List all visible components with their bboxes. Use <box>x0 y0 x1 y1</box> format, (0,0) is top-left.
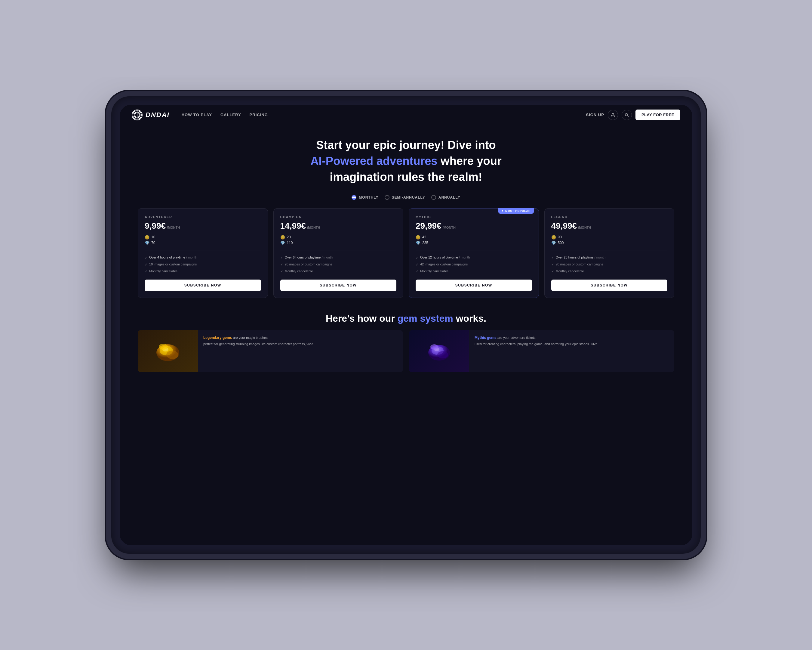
check-icon: ✓ <box>551 262 554 267</box>
adventurer-subscribe-button[interactable]: SUBSCRIBE NOW <box>145 280 261 291</box>
user-icon <box>611 113 615 117</box>
tablet-screen: DNDAI HOW TO PLAY GALLERY PRICING SIGN U… <box>120 105 692 545</box>
logo-area: DNDAI <box>132 110 169 120</box>
mythic-gem1: 🪙 42 <box>416 235 532 240</box>
plan-adventurer: ADVENTURER 9,99€ /MONTH 🪙 10 💎 70 <box>138 208 268 298</box>
feature-text: Monthly cancelable <box>420 269 449 274</box>
legend-plan-name: LEGEND <box>551 215 668 219</box>
check-icon: ✓ <box>280 262 283 267</box>
nav-gallery[interactable]: GALLERY <box>220 113 241 117</box>
legendary-gem-content: Legendary gems are your magic brushes, p… <box>198 330 319 372</box>
gem-cards-grid: Legendary gems are your magic brushes, p… <box>138 330 674 372</box>
mythic-gem-text: used for creating characters, playing th… <box>475 341 597 347</box>
champion-subscribe-button[interactable]: SUBSCRIBE NOW <box>280 280 397 291</box>
check-icon: ✓ <box>280 269 283 274</box>
search-icon-btn[interactable] <box>622 110 632 120</box>
annual-radio[interactable] <box>431 195 436 200</box>
adventurer-price: 9,99€ /MONTH <box>145 221 261 231</box>
feature-item: ✓ 20 images or custom campaigns <box>280 262 397 267</box>
legend-gem1-count: 90 <box>558 235 562 239</box>
legend-gem2: 💎 500 <box>551 241 668 245</box>
legend-gem1: 🪙 90 <box>551 235 668 240</box>
check-icon: ✓ <box>416 255 418 260</box>
legendary-gem-title: Legendary gems are your magic brushes, <box>203 335 313 340</box>
mythic-gem-content: Mythic gems are your adventure tickets, … <box>469 330 603 372</box>
legend-features: ✓ Over 25 hours of playtime / month ✓ 90… <box>551 255 668 274</box>
mythic-gems: 🪙 42 💎 235 <box>416 235 532 250</box>
plan-champion: CHAMPION 14,99€ /MONTH 🪙 20 💎 110 <box>273 208 404 298</box>
legend-gem2-count: 500 <box>558 241 564 245</box>
adventurer-features: ✓ Over 4 hours of playtime / month ✓ 10 … <box>145 255 261 274</box>
feature-item: ✓ 90 images or custom campaigns <box>551 262 668 267</box>
main-content: Start your epic journey! Dive into AI-Po… <box>120 125 692 545</box>
mythic-gem-title: Mythic gems are your adventure tickets, <box>475 335 597 340</box>
adventurer-gem1-count: 10 <box>151 235 155 239</box>
mythic-gem-image <box>409 330 469 372</box>
monthly-label: MONTHLY <box>359 195 379 199</box>
champion-gem1: 🪙 20 <box>280 235 397 240</box>
sign-up-text[interactable]: SIGN UP <box>586 113 604 117</box>
legendary-gem-svg <box>150 336 186 366</box>
champion-gem1-icon: 🪙 <box>280 235 285 240</box>
champion-gem2: 💎 110 <box>280 241 397 245</box>
champion-price-period: /MONTH <box>307 226 320 229</box>
hero-title-line1: Start your epic journey! Dive into <box>316 139 496 151</box>
gem-title-suffix: works. <box>456 313 486 324</box>
svg-point-0 <box>133 110 141 119</box>
feature-text: Over 12 hours of playtime / month <box>420 255 470 260</box>
feature-item: ✓ Monthly cancelable <box>551 269 668 274</box>
mythic-subscribe-button[interactable]: SUBSCRIBE NOW <box>416 280 532 291</box>
feature-text: 20 images or custom campaigns <box>285 262 332 267</box>
feature-text: 10 images or custom campaigns <box>149 262 197 267</box>
popular-badge: ✦ MOST POPULAR <box>498 208 534 214</box>
check-icon: ✓ <box>551 269 554 274</box>
play-for-free-button[interactable]: PLAY FOR FREE <box>635 110 680 120</box>
check-icon: ✓ <box>145 255 147 260</box>
legendary-gem-card: Legendary gems are your magic brushes, p… <box>138 330 403 372</box>
svg-point-1 <box>135 113 139 117</box>
mythic-gem-svg <box>421 336 457 366</box>
mythic-price-period: /MONTH <box>443 226 456 229</box>
champion-price-amount: 14,99€ <box>280 221 306 231</box>
feature-item: ✓ Monthly cancelable <box>145 269 261 274</box>
legend-subscribe-button[interactable]: SUBSCRIBE NOW <box>551 280 668 291</box>
svg-point-10 <box>159 344 168 350</box>
check-icon: ✓ <box>280 255 283 260</box>
legend-price: 49,99€ /MONTH <box>551 221 668 231</box>
monthly-radio[interactable] <box>351 195 356 200</box>
nav-how-to-play[interactable]: HOW TO PLAY <box>182 113 212 117</box>
gem-title-accent: gem system <box>398 313 453 324</box>
billing-annually[interactable]: ANNUALLY <box>431 195 461 200</box>
logo-svg <box>132 110 142 120</box>
nav-pricing[interactable]: PRICING <box>250 113 268 117</box>
feature-text: Monthly cancelable <box>285 269 313 274</box>
billing-semi-annually[interactable]: SEMI-ANNUALLY <box>385 195 425 200</box>
mythic-gem-card: Mythic gems are your adventure tickets, … <box>409 330 674 372</box>
feature-text: 42 images or custom campaigns <box>420 262 468 267</box>
gem-system-title: Here's how our gem system works. <box>138 313 674 324</box>
champion-plan-name: CHAMPION <box>280 215 397 219</box>
adventurer-gem2-icon: 💎 <box>145 241 150 245</box>
champion-gem2-count: 110 <box>287 241 293 245</box>
pricing-grid: ADVENTURER 9,99€ /MONTH 🪙 10 💎 70 <box>138 208 674 298</box>
feature-text: Monthly cancelable <box>556 269 584 274</box>
mythic-gem2-icon: 💎 <box>416 241 420 245</box>
svg-line-5 <box>627 116 629 117</box>
feature-text: Over 4 hours of playtime / month <box>149 255 197 260</box>
champion-gems: 🪙 20 💎 110 <box>280 235 397 250</box>
legendary-gem-image <box>138 330 198 372</box>
billing-monthly[interactable]: MONTHLY <box>351 195 379 200</box>
navbar: DNDAI HOW TO PLAY GALLERY PRICING SIGN U… <box>120 105 692 125</box>
champion-price: 14,99€ /MONTH <box>280 221 397 231</box>
user-icon-btn[interactable] <box>608 110 618 120</box>
feature-item: ✓ Over 4 hours of playtime / month <box>145 255 261 260</box>
champion-features: ✓ Over 6 hours of playtime / month ✓ 20 … <box>280 255 397 274</box>
plan-legend: LEGEND 49,99€ /MONTH 🪙 90 💎 500 <box>544 208 675 298</box>
semi-annual-radio[interactable] <box>385 195 389 200</box>
feature-text: 90 images or custom campaigns <box>556 262 603 267</box>
hero-title: Start your epic journey! Dive into AI-Po… <box>138 137 674 185</box>
feature-item: ✓ Monthly cancelable <box>280 269 397 274</box>
logo-icon <box>132 110 142 120</box>
svg-point-14 <box>437 351 448 358</box>
check-icon: ✓ <box>145 269 147 274</box>
